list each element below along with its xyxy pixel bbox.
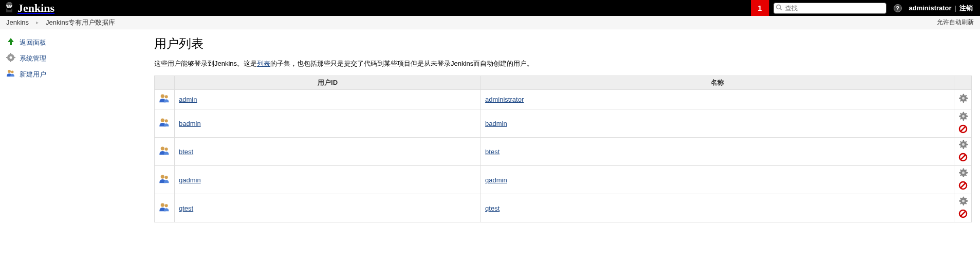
jenkins-logo-link[interactable]: Jenkins bbox=[4, 1, 54, 15]
svg-point-28 bbox=[961, 171, 965, 174]
user-name-link[interactable]: btest bbox=[485, 148, 500, 156]
configure-user-button[interactable] bbox=[958, 93, 968, 105]
column-header-id[interactable]: 用户ID bbox=[175, 76, 481, 90]
breadcrumb: Jenkins ▸ Jenkins专有用户数据库 允许自动刷新 bbox=[0, 16, 980, 29]
sidebar: 返回面板 系统管理 新建用户 bbox=[0, 29, 154, 229]
configure-user-button[interactable] bbox=[958, 140, 968, 152]
user-icon bbox=[155, 90, 175, 109]
user-name-link[interactable]: badmin bbox=[485, 120, 507, 127]
svg-point-18 bbox=[961, 115, 965, 118]
configure-user-button[interactable] bbox=[958, 111, 968, 123]
user-id-link[interactable]: badmin bbox=[179, 120, 201, 127]
search-input[interactable] bbox=[773, 3, 886, 14]
svg-point-21 bbox=[161, 146, 164, 150]
users-table: 用户ID 名称 adminadministratorbadminbadminbt… bbox=[154, 76, 972, 222]
user-id-link[interactable]: qadmin bbox=[179, 176, 201, 184]
page-title: 用户列表 bbox=[154, 35, 972, 52]
svg-point-1 bbox=[8, 5, 9, 6]
svg-point-31 bbox=[161, 203, 164, 207]
svg-point-11 bbox=[8, 70, 11, 73]
current-user-link[interactable]: administrator bbox=[906, 4, 955, 12]
user-name-link[interactable]: qtest bbox=[485, 204, 500, 212]
svg-point-3 bbox=[776, 5, 781, 9]
help-icon[interactable]: ? bbox=[894, 4, 902, 12]
svg-point-26 bbox=[161, 175, 164, 178]
svg-rect-7 bbox=[10, 53, 11, 54]
breadcrumb-item[interactable]: Jenkins bbox=[4, 18, 31, 26]
svg-point-22 bbox=[165, 147, 168, 151]
svg-line-25 bbox=[960, 155, 966, 160]
sidebar-item-manage[interactable]: 系统管理 bbox=[4, 50, 154, 66]
chevron-right-icon: ▸ bbox=[31, 20, 44, 25]
user-name-link[interactable]: administrator bbox=[485, 96, 524, 103]
sidebar-item-label: 系统管理 bbox=[20, 54, 46, 63]
notification-badge[interactable]: 1 bbox=[751, 0, 769, 16]
svg-point-13 bbox=[161, 94, 164, 98]
top-bar: Jenkins 1 ? administrator | 注销 bbox=[0, 0, 980, 16]
gear-icon bbox=[6, 53, 15, 64]
sidebar-item-label: 返回面板 bbox=[20, 38, 46, 47]
sidebar-item-new-user[interactable]: 新建用户 bbox=[4, 66, 154, 82]
logout-link[interactable]: 注销 bbox=[956, 4, 976, 13]
user-name-link[interactable]: qadmin bbox=[485, 176, 507, 184]
svg-point-6 bbox=[10, 57, 12, 59]
breadcrumb-item[interactable]: Jenkins专有用户数据库 bbox=[44, 18, 117, 27]
table-row: adminadministrator bbox=[155, 90, 972, 109]
delete-user-button[interactable] bbox=[958, 153, 968, 163]
svg-rect-10 bbox=[14, 57, 15, 58]
svg-line-4 bbox=[780, 8, 782, 10]
column-header-icon bbox=[155, 76, 175, 90]
delete-user-button[interactable] bbox=[958, 181, 968, 192]
page-description: 这些用户能够登录到Jenkins。这是列表的子集，也包括那些只是提交了代码到某些… bbox=[154, 59, 972, 68]
table-row: badminbadmin bbox=[155, 109, 972, 138]
user-icon bbox=[155, 166, 175, 194]
table-row: btestbtest bbox=[155, 138, 972, 166]
svg-point-17 bbox=[165, 119, 168, 122]
auto-refresh-link[interactable]: 允许自动刷新 bbox=[935, 18, 976, 27]
user-id-link[interactable]: qtest bbox=[179, 204, 193, 212]
svg-rect-9 bbox=[6, 57, 8, 58]
svg-rect-8 bbox=[10, 61, 11, 62]
delete-user-button[interactable] bbox=[958, 209, 968, 220]
svg-point-33 bbox=[961, 199, 965, 202]
search-wrap bbox=[773, 3, 886, 14]
svg-point-27 bbox=[165, 176, 168, 179]
svg-point-32 bbox=[165, 204, 168, 207]
svg-line-30 bbox=[960, 183, 966, 188]
user-id-link[interactable]: btest bbox=[179, 148, 193, 156]
users-icon bbox=[6, 69, 15, 80]
main-content: 用户列表 这些用户能够登录到Jenkins。这是列表的子集，也包括那些只是提交了… bbox=[154, 29, 980, 229]
svg-point-23 bbox=[961, 143, 965, 146]
user-icon bbox=[155, 194, 175, 222]
table-row: qadminqadmin bbox=[155, 166, 972, 194]
svg-line-35 bbox=[960, 211, 966, 216]
sidebar-item-label: 新建用户 bbox=[20, 70, 46, 79]
table-row: qtestqtest bbox=[155, 194, 972, 222]
search-icon bbox=[775, 4, 783, 12]
configure-user-button[interactable] bbox=[958, 196, 968, 208]
up-arrow-icon bbox=[6, 37, 15, 48]
svg-point-14 bbox=[165, 95, 168, 98]
jenkins-logo-icon bbox=[4, 1, 14, 15]
column-header-name[interactable]: 名称 bbox=[481, 76, 954, 90]
logo-text: Jenkins bbox=[17, 2, 54, 15]
svg-point-15 bbox=[961, 97, 965, 100]
configure-user-button[interactable] bbox=[958, 168, 968, 180]
user-icon bbox=[155, 109, 175, 138]
list-link[interactable]: 列表 bbox=[257, 60, 270, 67]
user-icon bbox=[155, 138, 175, 166]
user-id-link[interactable]: admin bbox=[179, 96, 197, 103]
svg-line-20 bbox=[960, 126, 966, 132]
sidebar-item-back[interactable]: 返回面板 bbox=[4, 34, 154, 50]
svg-point-2 bbox=[10, 5, 11, 6]
svg-point-16 bbox=[161, 118, 164, 122]
column-header-actions bbox=[954, 76, 972, 90]
svg-point-12 bbox=[11, 71, 14, 73]
delete-user-button[interactable] bbox=[958, 124, 968, 135]
